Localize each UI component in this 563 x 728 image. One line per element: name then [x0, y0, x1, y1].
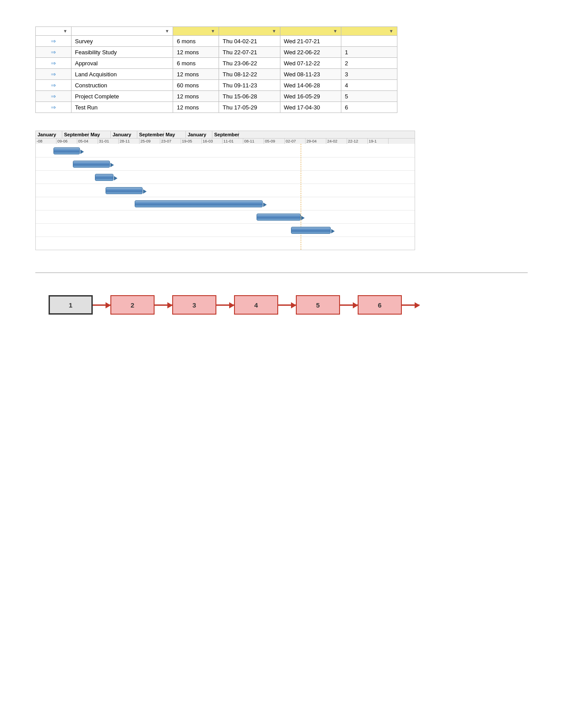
- predecessors-cell: 3: [341, 69, 397, 80]
- start-dropdown-icon[interactable]: ▼: [272, 29, 276, 34]
- network-node-4[interactable]: 4: [234, 295, 278, 315]
- gantt-bar[interactable]: [95, 174, 113, 181]
- task-name-cell: Test Run: [71, 102, 173, 113]
- network-arrow-3: [216, 304, 234, 306]
- gantt-gridlines: [36, 144, 415, 250]
- gantt-chart-section: JanuarySeptemberMayJanuarySeptemberMayJa…: [35, 131, 415, 250]
- header-predecessors[interactable]: ▼: [341, 27, 397, 36]
- finish-cell: Wed 14-06-28: [280, 80, 341, 91]
- start-cell: Thu 09-11-23: [219, 80, 280, 91]
- gantt-bar[interactable]: [291, 227, 331, 234]
- gantt-month-label: May: [164, 131, 186, 138]
- network-arrow-6: [402, 304, 419, 306]
- task-mode-cell: ⇒: [36, 80, 72, 91]
- network-node-3[interactable]: 3: [172, 295, 216, 315]
- start-cell: Thu 23-06-22: [219, 58, 280, 69]
- gantt-week-label: 19-05: [181, 139, 202, 144]
- task-mode-cell: ⇒: [36, 47, 72, 58]
- header-task-mode[interactable]: ▼: [36, 27, 72, 36]
- network-arrow-2: [155, 304, 172, 306]
- gantt-week-label: 09-06: [57, 139, 77, 144]
- gantt-month-label: September: [62, 131, 89, 138]
- duration-cell: 12 mons: [173, 102, 219, 113]
- pred-dropdown-icon[interactable]: ▼: [389, 29, 393, 34]
- network-arrow-1: [93, 304, 110, 306]
- predecessors-cell: 1: [341, 47, 397, 58]
- duration-cell: 12 mons: [173, 91, 219, 102]
- gantt-today-line: [301, 144, 301, 250]
- start-cell: Thu 15-06-28: [219, 91, 280, 102]
- table-row[interactable]: ⇒ Project Complete 12 mons Thu 15-06-28 …: [36, 91, 397, 102]
- table-row[interactable]: ⇒ Land Acquisition 12 mons Thu 08-12-22 …: [36, 69, 397, 80]
- arrow-line-icon: [216, 304, 234, 306]
- task-mode-cell: ⇒: [36, 36, 72, 47]
- finish-cell: Wed 17-04-30: [280, 102, 341, 113]
- network-arrow-4: [278, 304, 296, 306]
- grid-line-1: [36, 157, 415, 158]
- start-cell: Thu 17-05-29: [219, 102, 280, 113]
- gantt-bar[interactable]: [135, 200, 263, 207]
- header-duration[interactable]: ▼: [173, 27, 219, 36]
- gantt-bar[interactable]: [106, 187, 143, 194]
- task-mode-cell: ⇒: [36, 69, 72, 80]
- gantt-week-label: 16-03: [202, 139, 223, 144]
- gantt-week-label: 02-07: [285, 139, 306, 144]
- finish-cell: Wed 16-05-29: [280, 91, 341, 102]
- duration-cell: 60 mons: [173, 80, 219, 91]
- task-table-section: ▼ ▼ ▼: [35, 26, 528, 113]
- finish-cell: Wed 21-07-21: [280, 36, 341, 47]
- gantt-body: [36, 144, 415, 250]
- table-row[interactable]: ⇒ Construction 60 mons Thu 09-11-23 Wed …: [36, 80, 397, 91]
- start-cell: Thu 04-02-21: [219, 36, 280, 47]
- duration-cell: 12 mons: [173, 69, 219, 80]
- task-name-cell: Feasibility Study: [71, 47, 173, 58]
- duration-cell: 6 mons: [173, 36, 219, 47]
- gantt-week-label: 24-02: [326, 139, 347, 144]
- task-mode-cell: ⇒: [36, 102, 72, 113]
- arrow-line-icon: [155, 304, 172, 306]
- header-start[interactable]: ▼: [219, 27, 280, 36]
- arrow-line-icon: [93, 304, 110, 306]
- finish-dropdown-icon[interactable]: ▼: [333, 29, 337, 34]
- gantt-bar[interactable]: [73, 161, 110, 168]
- task-name-cell: Construction: [71, 80, 173, 91]
- task-name-dropdown-icon[interactable]: ▼: [165, 29, 170, 34]
- header-task-name[interactable]: ▼: [71, 27, 173, 36]
- network-node-1[interactable]: 1: [49, 295, 93, 315]
- duration-dropdown-icon[interactable]: ▼: [211, 29, 215, 34]
- gantt-bar[interactable]: [257, 214, 301, 221]
- task-mode-dropdown-icon[interactable]: ▼: [63, 29, 68, 34]
- header-finish[interactable]: ▼: [280, 27, 341, 36]
- gantt-week-label: 25-09: [140, 139, 160, 144]
- gantt-month-label: January: [186, 131, 212, 138]
- gantt-bar[interactable]: [53, 147, 80, 154]
- table-row[interactable]: ⇒ Approval 6 mons Thu 23-06-22 Wed 07-12…: [36, 58, 397, 69]
- table-row[interactable]: ⇒ Feasibility Study 12 mons Thu 22-07-21…: [36, 47, 397, 58]
- finish-cell: Wed 22-06-22: [280, 47, 341, 58]
- network-node-2[interactable]: 2: [110, 295, 155, 315]
- grid-line-3: [36, 184, 415, 184]
- table-row[interactable]: ⇒ Test Run 12 mons Thu 17-05-29 Wed 17-0…: [36, 102, 397, 113]
- gantt-week-label: 29-04: [306, 139, 326, 144]
- task-name-cell: Approval: [71, 58, 173, 69]
- gantt-week-label: 08-11: [243, 139, 264, 144]
- network-node-6[interactable]: 6: [358, 295, 402, 315]
- gantt-week-label: 05-09: [264, 139, 285, 144]
- gantt-week-label: 23-07: [160, 139, 181, 144]
- duration-cell: 6 mons: [173, 58, 219, 69]
- network-node-5[interactable]: 5: [296, 295, 340, 315]
- gantt-week-label: -08: [36, 139, 57, 144]
- task-name-cell: Land Acquisition: [71, 69, 173, 80]
- grid-line-6: [36, 223, 415, 224]
- grid-line-2: [36, 170, 415, 171]
- task-mode-cell: ⇒: [36, 58, 72, 69]
- gantt-week-label: 31-01: [98, 139, 119, 144]
- grid-line-4: [36, 197, 415, 197]
- gantt-month-label: September: [212, 131, 239, 138]
- grid-line-5: [36, 210, 415, 210]
- network-diagram-section: 123456: [35, 272, 528, 337]
- gantt-week-label: 19-1: [368, 139, 389, 144]
- finish-cell: Wed 08-11-23: [280, 69, 341, 80]
- table-row[interactable]: ⇒ Survey 6 mons Thu 04-02-21 Wed 21-07-2…: [36, 36, 397, 47]
- start-cell: Thu 22-07-21: [219, 47, 280, 58]
